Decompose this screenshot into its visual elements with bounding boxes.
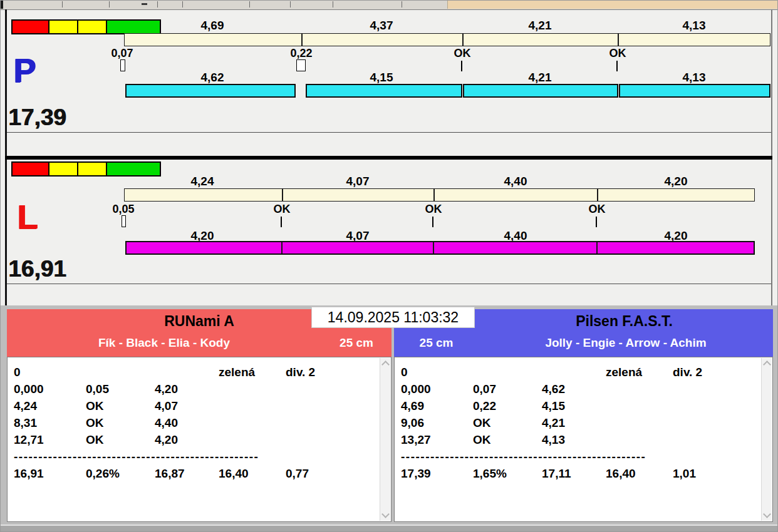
table-row: 0,0000,074,62 [401, 381, 760, 397]
table-cell: div. 2 [286, 364, 378, 381]
table-row: 4,24OK4,07 [14, 397, 378, 414]
toolbar-left-mark [1, 1, 3, 9]
run-time-label: 4,62 [184, 71, 241, 84]
scroll-up-icon[interactable] [763, 361, 771, 369]
table-cell: 16,91 [14, 465, 86, 482]
scroll-up-icon[interactable] [381, 361, 390, 369]
fault-marker [122, 215, 126, 227]
crossing-mark-label: OK [440, 47, 485, 60]
crossing-mark-label: OK [411, 203, 456, 216]
crossing-mark-label: OK [595, 47, 640, 60]
jump-height: 25 cm [321, 336, 392, 350]
toolbar-peach-segment[interactable] [447, 1, 778, 9]
toolbar-segment-divider [62, 1, 63, 8]
ok-tick [616, 61, 618, 71]
table-cell: 16,40 [219, 465, 286, 482]
ok-tick [461, 61, 462, 71]
table-row: 8,31OK4,40 [14, 414, 378, 431]
run-time-bar-segment [306, 84, 462, 98]
indicator-yellow-segment [77, 21, 106, 33]
crossing-mark-label: 0,07 [100, 47, 145, 60]
toolbar-segment-divider [182, 1, 183, 8]
table-cell: 4,21 [542, 414, 606, 431]
table-cell: OK [473, 414, 542, 431]
table-cell [155, 364, 219, 381]
table-row: 0zelenádiv. 2 [14, 364, 378, 381]
lane-letter: L [17, 200, 38, 233]
table-cell [86, 364, 155, 381]
bar-divider [462, 34, 464, 46]
indicator-yellow-segment [77, 163, 106, 175]
lane-separator-bar [5, 156, 772, 160]
team-left-results[interactable]: 0zelenádiv. 2 0,0000,054,20 4,24OK4,07 8… [7, 357, 392, 522]
table-cell [673, 414, 760, 431]
lane-p-bottom-line [7, 132, 771, 133]
bar-divider [282, 189, 283, 201]
ok-tick [281, 217, 282, 227]
scrollbar[interactable] [380, 358, 390, 521]
timing-app-window: 4,69 4,37 4,21 4,13 0,07 0,22 OK OK 4,62… [0, 0, 778, 532]
start-light-indicator [11, 19, 161, 34]
run-time-bar-segment [619, 84, 770, 98]
table-cell [286, 414, 378, 431]
dog-names: Jolly - Engie - Arrow - Achim [479, 336, 773, 350]
table-cell [673, 397, 760, 414]
bottom-status-strip [1, 526, 778, 532]
bar-divider [301, 34, 303, 46]
bar-divider [281, 242, 283, 253]
table-row: 13,27OK4,13 [401, 431, 760, 448]
start-light-indicator [11, 161, 161, 176]
sentry-time-label: 4,07 [329, 175, 386, 188]
table-cell: 4,69 [401, 397, 473, 414]
table-cell [219, 397, 286, 414]
run-time-bar-segment [463, 84, 618, 98]
indicator-green-segment [106, 163, 160, 175]
table-cell: 4,20 [155, 431, 219, 448]
run-time-bar [125, 241, 755, 255]
table-row: 9,06OK4,21 [401, 414, 760, 431]
toolbar-segment-divider [109, 1, 110, 8]
indicator-yellow-segment [48, 163, 77, 175]
scrollbar[interactable] [761, 358, 772, 521]
scroll-down-icon[interactable] [763, 510, 771, 518]
table-cell: 1,01 [673, 465, 760, 482]
dog-names: Fík - Black - Elia - Kody [7, 336, 321, 350]
indicator-red-segment [13, 163, 48, 175]
toolbar-dropdown-mark[interactable] [142, 3, 147, 5]
toolbar-segment-divider [249, 1, 250, 8]
run-time-bar-segment [125, 84, 296, 98]
lane-letter: P [13, 53, 36, 87]
table-cell [606, 381, 673, 397]
table-cell [673, 431, 760, 448]
table-row: 0zelenádiv. 2 [401, 364, 760, 381]
table-cell: 0 [14, 364, 86, 381]
jump-height: 25 cm [394, 336, 479, 350]
sentry-time-label: 4,69 [184, 19, 241, 33]
table-cell: 4,13 [542, 431, 606, 448]
sentry-time-label: 4,24 [174, 175, 231, 188]
table-cell: 16,87 [155, 465, 219, 482]
table-separator: ----------------------------------------… [14, 448, 378, 465]
sentry-time-label: 4,40 [487, 175, 544, 188]
table-separator: ----------------------------------------… [401, 448, 760, 465]
table-cell: 4,20 [155, 381, 219, 397]
table-cell: div. 2 [673, 364, 760, 381]
scroll-down-icon[interactable] [381, 510, 390, 518]
table-cell: zelená [219, 364, 286, 381]
bar-divider [596, 242, 598, 253]
table-cell [286, 431, 378, 448]
crossing-mark-label: 0,05 [101, 203, 146, 216]
sentry-time-label: 4,21 [512, 19, 568, 33]
table-cell: 0,22 [473, 397, 542, 414]
top-toolbar[interactable] [1, 1, 778, 10]
table-cell: 4,07 [155, 397, 219, 414]
lane-total-time: 17,39 [8, 106, 66, 129]
fault-marker [296, 59, 306, 71]
table-cell: OK [86, 414, 155, 431]
table-cell: zelená [606, 364, 673, 381]
table-cell: 16,40 [606, 465, 673, 482]
team-right-results[interactable]: 0zelenádiv. 2 0,0000,074,62 4,690,224,15… [394, 357, 773, 522]
indicator-yellow-segment [48, 21, 77, 33]
table-cell: OK [473, 431, 542, 448]
ok-tick [596, 217, 597, 227]
